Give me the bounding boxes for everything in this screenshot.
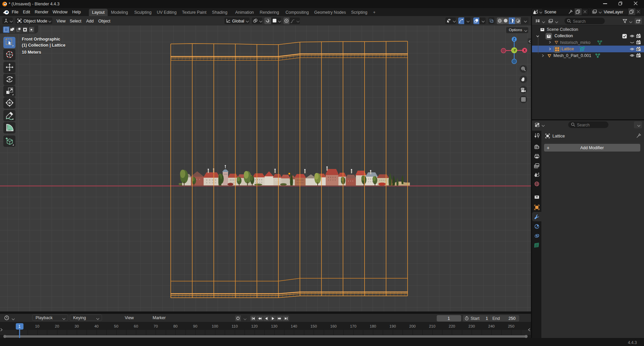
svg-text:Z: Z [513, 38, 515, 41]
svg-text:X: X [524, 49, 526, 52]
svg-text:-Y: -Y [513, 48, 516, 52]
